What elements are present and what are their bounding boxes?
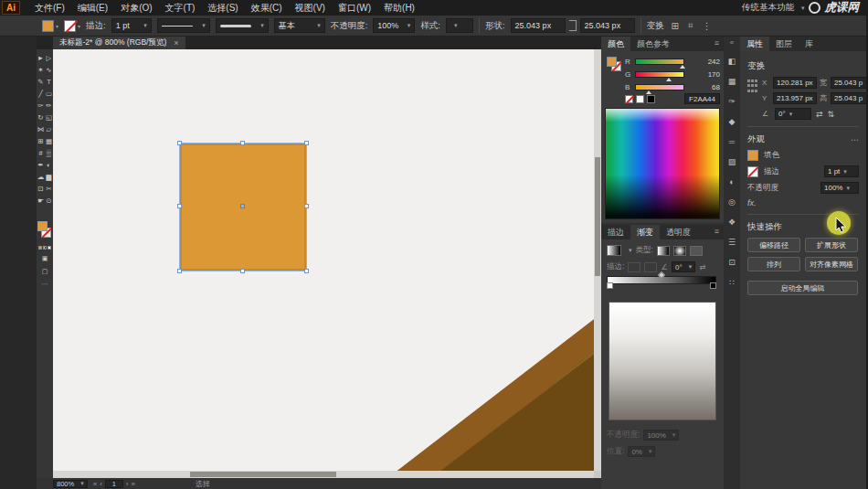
width-field[interactable]: 25.043 p bbox=[831, 77, 867, 89]
free-transform-tool-icon[interactable]: ▱ bbox=[47, 126, 52, 133]
slice-tool-icon[interactable]: ✂ bbox=[46, 186, 51, 193]
mesh-tool-icon[interactable]: # bbox=[38, 150, 42, 157]
brushes-panel-icon[interactable]: ✑ bbox=[728, 91, 736, 112]
vertical-scrollbar-thumb[interactable] bbox=[595, 157, 600, 276]
fx-button[interactable]: fx. bbox=[747, 198, 757, 207]
graphic-styles-panel-icon[interactable]: ❖ bbox=[728, 212, 736, 232]
line-segment-tool-icon[interactable]: ╱ bbox=[38, 90, 43, 98]
brush-stroke-dropdown[interactable]: ▾ bbox=[216, 18, 269, 33]
stroke-width-field[interactable]: 1 pt ▾ bbox=[824, 165, 859, 177]
align-panel-icon[interactable]: ∷ bbox=[729, 272, 735, 292]
tab-close-icon[interactable]: × bbox=[174, 38, 178, 48]
fill-proxy-swatch[interactable] bbox=[607, 57, 617, 67]
gradient-panel-tab[interactable]: 透明度 bbox=[660, 225, 697, 239]
quick-action-button[interactable]: 排列 bbox=[747, 257, 800, 271]
next-artboard-icon[interactable]: › bbox=[126, 480, 129, 488]
color-mode-buttons[interactable] bbox=[37, 246, 53, 250]
selection-handle-sw[interactable] bbox=[177, 269, 182, 273]
eyedropper-tool-icon[interactable]: ✒ bbox=[37, 162, 43, 169]
channel-slider-marker[interactable] bbox=[680, 65, 685, 69]
align-icon[interactable]: ⊞ bbox=[670, 21, 681, 31]
quick-action-button[interactable]: 对齐像素网格 bbox=[805, 257, 858, 271]
selection-handle-nw[interactable] bbox=[177, 141, 182, 145]
menu-item[interactable]: 帮助(H) bbox=[378, 1, 420, 16]
properties-panel-tab[interactable]: 属性 bbox=[740, 37, 769, 51]
type-tool-icon[interactable]: T bbox=[47, 79, 51, 86]
vertical-scrollbar[interactable] bbox=[594, 49, 601, 471]
channel-slider-marker[interactable] bbox=[666, 78, 672, 81]
none-button[interactable] bbox=[48, 246, 51, 250]
linear-gradient-icon[interactable] bbox=[657, 246, 670, 256]
app-logo[interactable]: Ai bbox=[2, 1, 20, 15]
flip-horizontal-icon[interactable]: ⇄ bbox=[816, 110, 823, 119]
color-spectrum[interactable] bbox=[605, 108, 720, 219]
variable-width-profile-dropdown[interactable]: ▾ bbox=[157, 18, 210, 33]
flip-vertical-icon[interactable]: ⇅ bbox=[828, 110, 835, 119]
shape-width-field[interactable]: 25.043 px bbox=[511, 18, 566, 33]
stop-location-field[interactable]: 0% ▾ bbox=[628, 446, 655, 457]
artboards-panel-icon[interactable]: ⊡ bbox=[728, 252, 736, 272]
symbol-sprayer-tool-icon[interactable]: ☁ bbox=[37, 174, 45, 181]
stroke-width-field[interactable]: 1 pt ▾ bbox=[111, 18, 152, 33]
brush-definition-dropdown[interactable]: 基本 ▾ bbox=[274, 18, 325, 33]
gradient-angle-field[interactable]: 0° ▾ bbox=[672, 261, 695, 272]
style-dropdown[interactable]: ▾ bbox=[446, 18, 473, 33]
stroke-caret-icon[interactable]: ▾ bbox=[78, 23, 80, 29]
menu-item[interactable]: 文件(F) bbox=[29, 1, 70, 16]
panel-menu-icon[interactable]: ≡ bbox=[710, 37, 724, 51]
prev-artboard-icon[interactable]: ‹ bbox=[100, 480, 102, 488]
pencil-tool-icon[interactable]: ✏ bbox=[46, 102, 51, 110]
menu-item[interactable]: 文字(T) bbox=[160, 1, 201, 16]
link-dimensions-icon[interactable] bbox=[569, 20, 577, 31]
paintbrush-tool-icon[interactable]: ✑ bbox=[37, 102, 43, 110]
color-panel-tab[interactable]: 颜色参考 bbox=[630, 37, 676, 51]
transparency-panel-icon[interactable]: ◐ bbox=[729, 172, 734, 192]
fill-swatch[interactable] bbox=[747, 150, 758, 161]
fill-caret-icon[interactable]: ▾ bbox=[56, 23, 58, 29]
gradient-button[interactable] bbox=[43, 246, 47, 250]
scale-tool-icon[interactable]: ◱ bbox=[46, 114, 52, 122]
selection-handle-n[interactable] bbox=[240, 141, 245, 145]
center-point[interactable] bbox=[240, 204, 245, 208]
last-artboard-icon[interactable]: » bbox=[132, 480, 135, 488]
menu-item[interactable]: 窗口(W) bbox=[333, 1, 376, 16]
direct-selection-tool-icon[interactable]: ▷ bbox=[47, 55, 52, 62]
gradient-stop-start[interactable] bbox=[607, 282, 613, 289]
reverse-gradient-icon[interactable]: ⇄ bbox=[699, 262, 705, 271]
blend-tool-icon[interactable]: ◐ bbox=[47, 162, 51, 169]
properties-panel-tab[interactable]: 库 bbox=[799, 37, 820, 51]
appearance-panel-icon[interactable]: ◎ bbox=[728, 192, 736, 212]
channel-value[interactable]: 170 bbox=[708, 70, 720, 79]
shape-height-field[interactable]: 25.043 px bbox=[580, 18, 635, 33]
gradient-slider[interactable] bbox=[607, 276, 716, 284]
width-tool-icon[interactable]: ⋈ bbox=[37, 126, 45, 133]
color-panel-tab[interactable]: 颜色 bbox=[601, 37, 630, 51]
gradient-panel-tab[interactable]: 描边 bbox=[601, 225, 630, 239]
gradient-tool-icon[interactable]: ▒ bbox=[47, 150, 51, 157]
selection-handle-w[interactable] bbox=[177, 204, 182, 208]
document-tab[interactable]: 未标题-2* @ 800% (RGB/预览) × bbox=[53, 37, 185, 49]
channel-value[interactable]: 68 bbox=[712, 83, 720, 91]
channel-slider[interactable] bbox=[635, 58, 684, 65]
options-menu-icon[interactable]: ⋮ bbox=[701, 21, 714, 31]
selection-tool-icon[interactable]: ► bbox=[37, 55, 44, 62]
menu-item[interactable]: 选择(S) bbox=[202, 1, 243, 16]
symbols-panel-icon[interactable]: ◆ bbox=[729, 112, 736, 132]
lasso-tool-icon[interactable]: ∿ bbox=[46, 67, 51, 74]
properties-panel-tab[interactable]: 图层 bbox=[769, 37, 799, 51]
stop-opacity-field[interactable]: 100% ▾ bbox=[643, 430, 679, 441]
stroke-swatch[interactable] bbox=[747, 166, 758, 177]
zoom-level-field[interactable]: 800% ▾ bbox=[53, 480, 88, 488]
screen-mode-icon[interactable]: ▢ bbox=[37, 268, 53, 275]
fill-stroke-proxy[interactable] bbox=[37, 221, 53, 241]
stroke-panel-icon[interactable]: ═ bbox=[729, 132, 735, 152]
channel-value[interactable]: 242 bbox=[708, 58, 720, 66]
reference-point-locator[interactable] bbox=[747, 80, 757, 93]
rectangle-tool-icon[interactable]: ▭ bbox=[46, 90, 52, 98]
stroke-gradient-within-icon[interactable] bbox=[628, 262, 640, 272]
color-panel-icon[interactable]: ◧ bbox=[728, 51, 736, 71]
global-edit-button[interactable]: 启动全局编辑 bbox=[747, 281, 858, 295]
layers-panel-icon[interactable]: ☰ bbox=[728, 232, 736, 252]
menu-item[interactable]: 视图(V) bbox=[290, 1, 331, 16]
channel-slider[interactable] bbox=[635, 84, 684, 90]
